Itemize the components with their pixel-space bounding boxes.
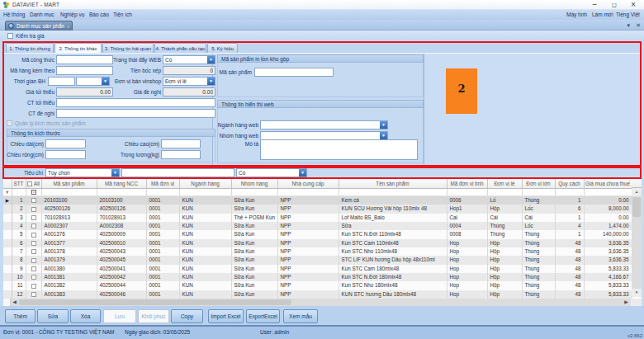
horizontal-scrollbar[interactable]: ◀ ▶ xyxy=(3,299,642,306)
cell-select[interactable] xyxy=(26,281,41,290)
row-checkbox[interactable] xyxy=(31,207,36,212)
cell-select[interactable] xyxy=(26,230,41,238)
action-button-7[interactable]: Import Excel xyxy=(208,309,244,323)
menu-item-right-2[interactable]: Làm mới xyxy=(592,10,613,20)
nhom-hang-web-dropdown-icon[interactable]: ▼ xyxy=(380,132,387,139)
grid-filter-cell-5[interactable] xyxy=(146,189,179,196)
detail-tab-5[interactable]: 5. Ký hiệu xyxy=(207,43,238,53)
row-checkbox[interactable] xyxy=(31,224,36,228)
tab-list-dropdown-icon[interactable]: ▼ xyxy=(626,23,631,28)
quan-ly-kich-thuoc-checkbox-box[interactable] xyxy=(7,120,12,126)
document-tab-close-icon[interactable]: x xyxy=(67,24,69,29)
action-button-3[interactable]: Xóa xyxy=(70,309,101,323)
tieu-chi-text-input[interactable] xyxy=(121,168,234,177)
gia-toi-thieu-input[interactable] xyxy=(56,87,113,97)
menu-item-right-1[interactable]: Máy tính xyxy=(566,10,587,20)
cell-select[interactable] xyxy=(26,196,41,205)
cell-select[interactable] xyxy=(26,222,41,230)
filter-all-checkbox[interactable] xyxy=(31,190,36,195)
scroll-up-icon[interactable]: ▲ xyxy=(632,188,642,196)
grid-filter-cell-13[interactable] xyxy=(555,189,584,196)
grid-column-header-9[interactable]: Tên sản phẩm xyxy=(339,179,447,189)
grid-filter-cell-10[interactable] xyxy=(447,189,487,196)
ct-toi-thieu-input[interactable] xyxy=(56,98,215,107)
check-price-checkbox-box[interactable] xyxy=(7,33,13,39)
trong-luong-input[interactable] xyxy=(161,150,201,159)
action-button-1[interactable]: Thêm xyxy=(5,309,36,323)
menu-item-4[interactable]: Báo cáo xyxy=(89,10,109,20)
row-checkbox[interactable] xyxy=(31,266,36,271)
grid-column-header-14[interactable]: Giá mua chưa thuế xyxy=(584,179,632,189)
scroll-right-icon[interactable]: ▶ xyxy=(623,299,630,306)
scroll-down-icon[interactable]: ▼ xyxy=(632,289,642,297)
trang-thai-web-dropdown-icon[interactable]: ▼ xyxy=(207,56,215,64)
cell-select[interactable] xyxy=(26,290,41,299)
cell-select[interactable] xyxy=(26,205,41,213)
action-button-4[interactable]: Lưu xyxy=(103,309,136,323)
menu-item-right-3[interactable]: Tiếng Việt xyxy=(616,10,640,20)
grid-column-header-5[interactable]: Mã đơn vị xyxy=(146,179,179,189)
grid-column-header-11[interactable]: Đơn vị lẻ xyxy=(487,179,522,189)
menu-item-3[interactable]: Nghiệp vụ xyxy=(60,10,84,20)
document-tab-danh-muc-san-pham[interactable]: Danh mục sản phẩm x xyxy=(5,21,73,31)
ma-hang-kem-theo-input[interactable] xyxy=(56,66,113,75)
cell-select[interactable] xyxy=(26,265,41,273)
table-row-5[interactable]: 5A0013764025000090001KUNSữa KunNPPKun ST… xyxy=(3,230,632,238)
action-button-6[interactable]: Copy xyxy=(171,309,203,323)
close-button[interactable]: × xyxy=(627,0,640,10)
cell-select[interactable] xyxy=(26,239,41,247)
menu-item-2[interactable]: Danh mục xyxy=(30,10,54,20)
action-button-5[interactable]: Khôi phục xyxy=(138,309,169,323)
action-button-8[interactable]: ExportExcel xyxy=(246,309,280,323)
grid-filter-cell-6[interactable] xyxy=(179,189,231,196)
grid-filter-cell-1[interactable] xyxy=(12,189,26,196)
grid-filter-cell-8[interactable] xyxy=(277,189,339,196)
row-checkbox[interactable] xyxy=(31,198,36,203)
row-checkbox[interactable] xyxy=(31,258,36,263)
table-row-10[interactable]: 10A0013814025000420001KUNSữa KunNPPKun S… xyxy=(3,273,632,281)
grid-column-header-6[interactable]: Ngành hàng xyxy=(179,179,231,189)
tieu-chi-bool-dropdown-icon[interactable]: ▼ xyxy=(299,169,306,177)
cell-select[interactable] xyxy=(26,214,41,222)
grid-column-header-13[interactable]: Quy cách xyxy=(555,179,584,189)
check-price-checkbox[interactable]: Kiểm tra giá xyxy=(7,33,45,39)
tab-strip-close-icon[interactable]: ✕ xyxy=(636,22,641,29)
chieu-cao-input[interactable] xyxy=(161,139,201,148)
vertical-scrollbar-thumb[interactable] xyxy=(632,197,641,217)
table-row-11[interactable]: 11A0013824025000440001KUNSữa KunNPPKun S… xyxy=(3,281,632,290)
maximize-button[interactable]: ◻ xyxy=(608,0,621,10)
row-checkbox[interactable] xyxy=(31,233,36,238)
grid-filter-cell-14[interactable] xyxy=(584,189,632,196)
tieu-chi-criteria-combo[interactable]: Tùy chọn ▼ xyxy=(45,168,120,177)
row-checkbox[interactable] xyxy=(31,241,36,246)
trang-thai-web-combo[interactable]: Có ▼ xyxy=(163,55,215,64)
grid-filter-cell-9[interactable] xyxy=(339,189,447,196)
chieu-rong-input[interactable] xyxy=(45,150,86,159)
table-row-2[interactable]: 24025001264025001260001KUNSữa KunNPPKUN … xyxy=(3,205,632,213)
grid-column-header-7[interactable]: Nhóm hàng xyxy=(231,179,277,189)
ma-san-pham-input[interactable] xyxy=(254,68,334,77)
grid-column-header-12[interactable]: Đơn vị lớn xyxy=(522,179,555,189)
grid-filter-cell-7[interactable] xyxy=(231,189,277,196)
ma-cong-thuc-input[interactable] xyxy=(56,55,113,64)
thoi-gian-bh-input[interactable] xyxy=(48,77,75,86)
tieu-chi-criteria-dropdown-icon[interactable]: ▼ xyxy=(111,169,119,177)
detail-tab-2[interactable]: 2. Thông tin khác xyxy=(54,43,102,53)
mo-ta-textarea[interactable] xyxy=(260,139,418,160)
don-vi-ban-vinshop-dropdown-icon[interactable]: ▼ xyxy=(207,78,215,85)
chieu-dai-input[interactable] xyxy=(45,139,86,148)
select-all-checkbox[interactable] xyxy=(27,181,32,186)
row-checkbox[interactable] xyxy=(31,284,36,289)
thoi-gian-bh-unit-combo[interactable]: ▼ xyxy=(76,77,110,86)
quan-ly-kich-thuoc-checkbox[interactable]: Quản lý kích thước sản phẩm xyxy=(7,120,86,126)
row-checkbox[interactable] xyxy=(31,275,36,280)
row-checkbox[interactable] xyxy=(31,215,36,220)
table-row-1[interactable]: ▶120103100201031000001KUNSữa KunNPPKem c… xyxy=(3,196,632,205)
grid-column-header-3[interactable]: Mã sản phẩm xyxy=(41,179,97,189)
gia-de-nghi-input[interactable] xyxy=(163,87,215,97)
tieu-chi-bool-combo[interactable]: Có ▼ xyxy=(236,168,307,177)
detail-tab-1[interactable]: 1. Thông tin chung xyxy=(6,43,54,53)
row-checkbox[interactable] xyxy=(31,249,36,254)
nganh-hang-web-combo[interactable]: ▼ xyxy=(260,120,388,129)
grid-column-header-1[interactable]: STT xyxy=(12,179,26,189)
